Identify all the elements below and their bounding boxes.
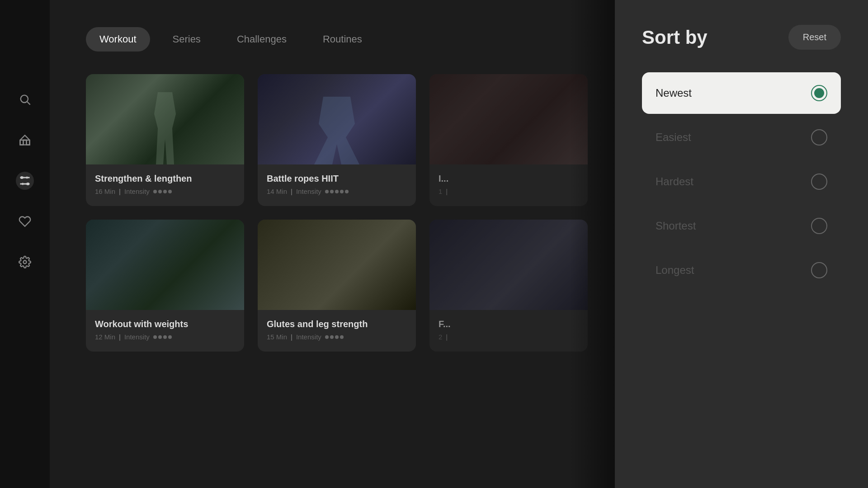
sort-option-hardest[interactable]: Hardest xyxy=(642,161,841,202)
workout-card-image xyxy=(258,74,416,164)
tab-challenges[interactable]: Challenges xyxy=(223,27,300,52)
sort-option-label: Hardest xyxy=(656,175,693,188)
sort-option-shortest[interactable]: Shortest xyxy=(642,205,841,247)
sort-option-label: Newest xyxy=(656,87,692,99)
workout-card-image xyxy=(429,220,588,310)
workout-duration: 1 xyxy=(439,188,442,195)
search-icon[interactable] xyxy=(16,90,34,108)
meta-separator: | xyxy=(291,333,292,341)
radio-circle xyxy=(811,262,827,278)
home-icon[interactable] xyxy=(16,131,34,149)
sort-header: Sort by Reset xyxy=(642,25,841,50)
meta-separator: | xyxy=(291,188,292,195)
meta-separator: | xyxy=(119,188,121,195)
intensity-dots xyxy=(325,190,349,193)
sort-option-newest[interactable]: Newest xyxy=(642,72,841,114)
intensity-label: Intensity xyxy=(124,188,150,195)
favorites-icon[interactable] xyxy=(16,212,34,230)
tab-routines[interactable]: Routines xyxy=(309,27,376,52)
meta-separator: | xyxy=(446,333,448,341)
workout-card-image xyxy=(86,220,244,310)
svg-point-0 xyxy=(21,95,28,103)
intensity-dots xyxy=(153,190,172,193)
workout-duration: 16 Min xyxy=(95,188,115,195)
workout-meta: 12 Min | Intensity xyxy=(95,333,235,341)
workout-card-info: Glutes and leg strength 15 Min | Intensi… xyxy=(258,310,416,352)
workout-card-image xyxy=(86,74,244,164)
reset-button[interactable]: Reset xyxy=(788,25,841,50)
workout-card[interactable]: Workout with weights 12 Min | Intensity xyxy=(86,220,244,352)
radio-circle xyxy=(811,85,827,101)
workout-card[interactable]: Battle ropes HIIT 14 Min | Intensity xyxy=(258,74,416,206)
workout-duration: 15 Min xyxy=(267,333,287,341)
meta-separator: | xyxy=(119,333,121,341)
meta-separator: | xyxy=(446,188,448,195)
svg-point-11 xyxy=(24,261,27,264)
workout-title: Battle ropes HIIT xyxy=(267,174,407,184)
intensity-dots xyxy=(153,335,172,339)
main-content: Workout Series Challenges Routines Stren… xyxy=(50,0,615,488)
workout-card[interactable]: Glutes and leg strength 15 Min | Intensi… xyxy=(258,220,416,352)
workout-title: Workout with weights xyxy=(95,319,235,329)
tab-series[interactable]: Series xyxy=(159,27,214,52)
workout-title: Glutes and leg strength xyxy=(267,319,407,329)
sidebar xyxy=(0,0,50,488)
workout-card-image xyxy=(429,74,588,164)
workout-duration: 14 Min xyxy=(267,188,287,195)
workout-card[interactable]: I... 1 | xyxy=(429,74,588,206)
svg-line-1 xyxy=(27,102,30,104)
workout-card-info: Battle ropes HIIT 14 Min | Intensity xyxy=(258,164,416,206)
workout-card[interactable]: Strengthen & lengthen 16 Min | Intensity xyxy=(86,74,244,206)
radio-inner xyxy=(814,88,824,98)
intensity-dots xyxy=(325,335,344,339)
svg-rect-2 xyxy=(20,140,30,145)
radio-circle xyxy=(811,174,827,190)
workout-title: Strengthen & lengthen xyxy=(95,174,235,184)
workout-card-image xyxy=(258,220,416,310)
workout-card-info: F... 2 | xyxy=(429,310,588,352)
sort-option-label: Shortest xyxy=(656,220,696,232)
workout-title: F... xyxy=(439,319,579,329)
intensity-label: Intensity xyxy=(124,333,150,341)
workout-icon[interactable] xyxy=(16,172,34,190)
sort-options: Newest Easiest Hardest Shortest Longest xyxy=(642,72,841,291)
workout-meta: 16 Min | Intensity xyxy=(95,188,235,195)
workout-meta: 1 | xyxy=(439,188,579,195)
workout-duration: 2 xyxy=(439,333,442,341)
intensity-label: Intensity xyxy=(296,333,321,341)
workout-grid: Strengthen & lengthen 16 Min | Intensity xyxy=(86,74,588,352)
sort-option-label: Longest xyxy=(656,264,694,277)
workout-card-info: Workout with weights 12 Min | Intensity xyxy=(86,310,244,352)
settings-icon[interactable] xyxy=(16,253,34,271)
workout-meta: 14 Min | Intensity xyxy=(267,188,407,195)
workout-meta: 2 | xyxy=(439,333,579,341)
intensity-label: Intensity xyxy=(296,188,321,195)
radio-circle xyxy=(811,129,827,145)
workout-title: I... xyxy=(439,174,579,184)
workout-card-info: Strengthen & lengthen 16 Min | Intensity xyxy=(86,164,244,206)
sort-title: Sort by xyxy=(642,27,708,48)
radio-circle xyxy=(811,218,827,234)
sort-option-longest[interactable]: Longest xyxy=(642,249,841,291)
sort-option-label: Easiest xyxy=(656,131,691,144)
sort-panel: Sort by Reset Newest Easiest Hardest Sho… xyxy=(615,0,868,488)
tab-workout[interactable]: Workout xyxy=(86,27,150,52)
tabs-container: Workout Series Challenges Routines xyxy=(86,27,588,52)
workout-meta: 15 Min | Intensity xyxy=(267,333,407,341)
sort-option-easiest[interactable]: Easiest xyxy=(642,117,841,158)
workout-card-info: I... 1 | xyxy=(429,164,588,206)
workout-duration: 12 Min xyxy=(95,333,115,341)
workout-card[interactable]: F... 2 | xyxy=(429,220,588,352)
